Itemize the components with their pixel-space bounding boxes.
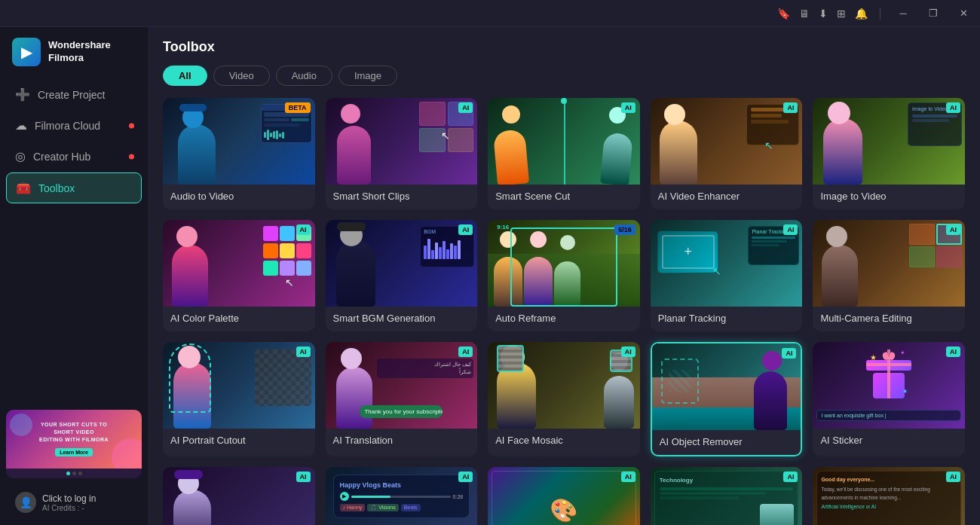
filter-audio[interactable]: Audio xyxy=(276,66,332,86)
notification-dot xyxy=(129,123,134,128)
badge-ai: AI xyxy=(946,472,960,482)
badge-ai: AI xyxy=(783,224,798,235)
maximize-btn[interactable]: ❐ xyxy=(923,3,944,24)
tool-card-row4-1[interactable]: AI AI Music xyxy=(163,467,315,525)
tool-card-row4-2[interactable]: Happy Vlogs Beats ▶ 0:28 ♪ Hanny 🎵 Vi xyxy=(326,467,478,525)
tool-card-audio-to-video[interactable]: BETA Audio to Video xyxy=(163,98,315,209)
sidebar-item-label: Create Project xyxy=(38,89,105,101)
filter-all[interactable]: All xyxy=(163,66,207,86)
tool-name: AI Sticker xyxy=(813,429,965,453)
tool-card-ai-sticker[interactable]: ★ ✦ ★ I want an exquisite gift box | AI … xyxy=(813,342,965,456)
badge-ai: AI xyxy=(458,224,473,235)
tool-card-smart-bgm[interactable]: BGM xyxy=(326,220,478,331)
toolbox-icon: 🧰 xyxy=(16,181,31,195)
badge-ai: AI xyxy=(783,102,798,113)
tool-thumbnail: + Planar Tracking ↖ AI xyxy=(651,220,803,307)
promo-text-line3: EDITING WITH FILMORA xyxy=(39,436,109,444)
screen-icon[interactable]: 🖥 xyxy=(799,8,810,20)
tool-card-auto-reframe[interactable]: 9:16 5/16 Auto Reframe xyxy=(488,220,640,331)
hub-icon: ◎ xyxy=(15,149,26,163)
badge-ai: AI xyxy=(946,346,960,357)
sidebar-item-label: Toolbox xyxy=(38,182,75,194)
app-body: ▶ Wondershare Filmora ➕ Create Project ☁… xyxy=(0,27,980,525)
tool-thumbnail: 9:16 5/16 xyxy=(488,220,640,307)
filter-bar: All Video Audio Image xyxy=(163,66,965,86)
create-project-icon: ➕ xyxy=(15,87,30,102)
tool-thumbnail: ★ ✦ ★ I want an exquisite gift box | AI xyxy=(813,342,965,429)
tool-card-planar-tracking[interactable]: + Planar Tracking ↖ AI Pla xyxy=(651,220,803,331)
tool-name: AI Color Palette xyxy=(163,307,315,331)
tool-card-row4-5[interactable]: Good day everyone... Today, we'll be dis… xyxy=(813,467,965,525)
tool-thumbnail: AI xyxy=(652,343,801,430)
grid-icon[interactable]: ⊞ xyxy=(837,8,846,20)
badge-ai: AI xyxy=(458,472,473,482)
badge-beta: BETA xyxy=(285,102,311,113)
avatar: 👤 xyxy=(15,492,36,513)
tool-card-face-mosaic[interactable]: AI AI Face Mosaic xyxy=(488,342,640,456)
bell-icon[interactable]: 🔔 xyxy=(855,8,868,20)
promo-dot-3 xyxy=(78,472,82,475)
promo-dot-2 xyxy=(72,472,76,475)
tool-card-ai-color-palette[interactable]: ↖ AI AI Color Palette xyxy=(163,220,315,331)
tool-thumbnail: 🎨 AI xyxy=(488,467,640,525)
sidebar-item-filmora-cloud[interactable]: ☁ Filmora Cloud xyxy=(6,111,142,140)
filter-video[interactable]: Video xyxy=(213,66,270,86)
tool-card-row4-4[interactable]: Technology AI AI Copywriting xyxy=(651,467,803,525)
tool-thumbnail: BETA xyxy=(163,98,315,185)
page-title: Toolbox xyxy=(163,39,965,55)
badge-ai: AI xyxy=(296,472,311,482)
tool-card-smart-scene-cut[interactable]: AI Smart Scene Cut xyxy=(488,98,640,209)
tool-name: Smart Scene Cut xyxy=(488,185,640,209)
tool-name: AI Translation xyxy=(326,429,478,453)
sidebar: ▶ Wondershare Filmora ➕ Create Project ☁… xyxy=(0,27,148,525)
download-icon[interactable]: ⬇ xyxy=(819,8,828,20)
tool-card-image-to-video[interactable]: Image to Video AI Image to Video xyxy=(813,98,965,209)
badge-ai: AI xyxy=(296,346,311,357)
badge-ai: AI xyxy=(782,348,796,359)
tool-card-translation[interactable]: Thank you for your subscription كيف حال … xyxy=(326,342,478,456)
badge-ai: AI xyxy=(458,346,473,357)
tool-card-smart-short-clips[interactable]: ↖ AI Smart Short Clips xyxy=(326,98,478,209)
tool-card-obj-remover[interactable]: AI AI Object Remover xyxy=(651,342,803,456)
bookmark-icon[interactable]: 🔖 xyxy=(777,8,790,20)
badge-ai: AI xyxy=(621,102,635,113)
main-content: Toolbox All Video Audio Image xyxy=(148,27,980,525)
badge-ai: AI xyxy=(621,346,635,357)
tool-card-ai-video-enhancer[interactable]: ↖ AI AI Video Enhancer xyxy=(651,98,803,209)
credits-label: AI Credits : - xyxy=(42,504,96,512)
title-bar-icons: 🔖 🖥 ⬇ ⊞ 🔔 ─ ❐ ✕ xyxy=(777,3,974,24)
title-bar: 🔖 🖥 ⬇ ⊞ 🔔 ─ ❐ ✕ xyxy=(0,0,980,27)
minimize-btn[interactable]: ─ xyxy=(893,3,914,24)
filmora-logo-icon: ▶ xyxy=(12,38,41,66)
sidebar-item-creator-hub[interactable]: ◎ Creator Hub xyxy=(6,142,142,171)
badge-ai: AI xyxy=(946,102,960,113)
tool-name: AI Video Enhancer xyxy=(651,185,803,209)
close-btn[interactable]: ✕ xyxy=(953,3,974,24)
tool-name: Audio to Video xyxy=(163,185,315,209)
tool-thumbnail: Thank you for your subscription كيف حال … xyxy=(326,342,478,429)
user-area[interactable]: 👤 Click to log in AI Credits : - xyxy=(6,486,142,519)
badge-ai: AI xyxy=(946,224,960,235)
tool-card-portrait-cutout[interactable]: AI AI Portrait Cutout xyxy=(163,342,315,456)
tool-thumbnail: BGM xyxy=(326,220,478,307)
logo-area: ▶ Wondershare Filmora xyxy=(0,27,148,80)
promo-card[interactable]: YOUR SHORT CUTS TO SHORT VIDEO EDITING W… xyxy=(6,410,142,478)
sidebar-item-toolbox[interactable]: 🧰 Toolbox xyxy=(6,172,142,203)
sidebar-bottom: YOUR SHORT CUTS TO SHORT VIDEO EDITING W… xyxy=(0,404,148,525)
tool-name: AI Object Remover xyxy=(652,430,801,455)
tool-thumbnail: Technology AI xyxy=(651,467,803,525)
tool-thumbnail: AI xyxy=(163,342,315,429)
filter-image[interactable]: Image xyxy=(338,66,397,86)
sidebar-item-create-project[interactable]: ➕ Create Project xyxy=(6,80,142,109)
tool-card-multi-camera[interactable]: AI Multi-Camera Editing xyxy=(813,220,965,331)
promo-image: YOUR SHORT CUTS TO SHORT VIDEO EDITING W… xyxy=(6,410,142,469)
tool-card-row4-3[interactable]: 🎨 AI AI Thumbnail xyxy=(488,467,640,525)
tool-name: Multi-Camera Editing xyxy=(813,307,965,331)
app-brand: Wondershare Filmora xyxy=(48,39,111,65)
tool-thumbnail: AI xyxy=(488,98,640,185)
sidebar-item-label: Creator Hub xyxy=(33,151,90,163)
badge-beta: 5/16 xyxy=(614,224,635,235)
cloud-icon: ☁ xyxy=(15,118,27,133)
sidebar-nav: ➕ Create Project ☁ Filmora Cloud ◎ Creat… xyxy=(0,80,148,404)
badge-ai: AI xyxy=(783,472,798,482)
